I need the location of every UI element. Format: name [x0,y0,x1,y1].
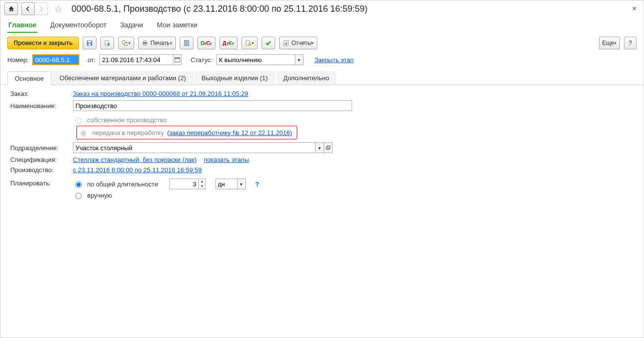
post-and-close-button[interactable]: Провести и закрыть [7,37,79,49]
department-dropdown-button[interactable]: ▾ [315,142,324,153]
subtabs: Основное Обеспечение материалами и работ… [0,71,644,85]
print-button[interactable]: Печать [138,37,175,49]
top-tab-tasks[interactable]: Задачи [119,18,144,33]
favorite-star-icon[interactable]: ☆ [54,3,63,15]
duration-up-button[interactable]: ▲ [199,179,205,184]
duration-unit-input[interactable] [215,179,237,189]
outsource-radio [80,130,87,136]
date-from-combo [99,54,182,65]
plan-manual-radio[interactable] [75,193,82,199]
from-label: от: [88,56,96,64]
svg-rect-2 [89,44,91,45]
status-dropdown-button[interactable]: ▾ [295,54,304,65]
number-input[interactable] [33,55,78,64]
show-stages-link[interactable]: показать этапы [204,156,249,163]
dtkt-button[interactable]: ДтКт [219,37,238,49]
name-label: Наименование: [10,102,69,110]
open-external-icon [326,145,331,150]
ledger-icon [183,40,190,46]
paperclip-icon [245,40,252,46]
plan-label: Планировать: [10,177,69,187]
order-label: Заказ: [10,90,69,97]
duration-down-button[interactable]: ▼ [199,184,205,189]
calendar-icon [174,57,180,63]
spec-label: Спецификация: [10,156,69,163]
help-button[interactable]: ? [624,37,637,49]
save-button[interactable] [83,37,96,49]
outsource-radio-label: передача в переработку [78,129,164,136]
outsource-order-link[interactable]: заказ переработчику № 12 от 22.11.2016 [169,129,290,136]
report-icon [283,40,289,46]
window-title: 0000-68.5.1, Производство (с 23.11.2016 … [72,4,626,14]
own-production-radio-label: собственное производство [73,116,634,124]
subtab-output[interactable]: Выходные изделия (1) [194,71,275,85]
duration-unit-dropdown[interactable]: ▾ [237,179,246,189]
approve-button[interactable] [262,37,275,49]
svg-rect-19 [175,58,180,59]
diskette-icon [86,40,93,46]
outsource-highlight-box: передача в переработку (заказ переработч… [76,126,297,139]
subtab-extra[interactable]: Дополнительно [276,71,337,85]
arrow-left-icon [24,5,31,12]
order-link[interactable]: Заказ на производство 0000-000068 от 21.… [73,90,634,97]
duration-input[interactable] [169,179,199,189]
document-tree-icon [121,40,128,46]
department-label: Подразделение: [10,144,69,152]
status-combo: ▾ [216,54,304,65]
registers-button[interactable] [180,37,193,49]
plan-by-duration-label: по общей длительности [87,180,158,188]
duration-spinner: ▲ ▼ [169,179,206,189]
department-input[interactable] [73,142,315,153]
production-period-link[interactable]: с 23.11.2016 8:00:00 по 25.11.2016 16:59… [73,166,634,174]
reports-button[interactable]: Отчеты [279,37,317,49]
home-button[interactable] [4,2,18,15]
plan-help-button[interactable]: ? [255,180,259,188]
top-tab-docflow[interactable]: Документооборот [49,18,107,33]
toolbar: Провести и закрыть Печать DrCr ДтКт Отче… [0,33,644,53]
top-tabs: Главное Документооборот Задачи Мои замет… [0,17,644,33]
svg-rect-16 [285,43,286,45]
number-label: Номер: [7,56,29,64]
spec-link[interactable]: Стеллаж стандартный, без покраски (лак) [73,156,197,163]
svg-rect-21 [327,146,330,149]
plan-by-duration-radio[interactable] [75,181,82,188]
attachments-button[interactable] [241,37,258,49]
number-field-wrapper [33,55,79,65]
home-icon [8,5,15,12]
name-input[interactable] [73,100,352,111]
date-from-input[interactable] [99,54,173,65]
close-stage-link[interactable]: Закрыть этап [314,56,354,64]
status-label: Статус: [191,56,213,64]
own-production-radio [75,117,82,124]
close-window-button[interactable]: × [629,4,640,13]
back-button[interactable] [21,2,35,15]
calendar-button[interactable] [173,54,182,65]
arrow-right-icon [38,5,45,12]
more-button[interactable]: Еще [599,37,620,49]
top-tab-notes[interactable]: Мои заметки [156,18,198,33]
drcr-button[interactable]: DrCr [197,37,215,49]
forward-button [35,2,48,15]
production-label: Производство: [10,166,69,174]
svg-rect-1 [88,41,92,43]
department-open-button[interactable] [324,142,333,153]
svg-rect-8 [144,44,146,45]
subtab-main[interactable]: Основное [7,71,51,85]
document-post-icon [104,40,111,46]
post-button[interactable] [100,37,114,49]
subtab-materials[interactable]: Обеспечение материалами и работами (2) [52,71,193,85]
production-type-row: собственное производство передача в пере… [73,114,634,139]
svg-rect-17 [286,42,287,45]
svg-rect-7 [144,41,146,43]
svg-point-14 [248,43,251,45]
top-tab-main[interactable]: Главное [7,18,37,33]
printer-icon [142,40,148,46]
svg-rect-20 [326,147,329,150]
create-based-on-button[interactable] [118,37,134,49]
checkmark-icon [265,40,272,46]
status-input[interactable] [216,54,295,65]
plan-manual-label: вручную [87,192,112,199]
